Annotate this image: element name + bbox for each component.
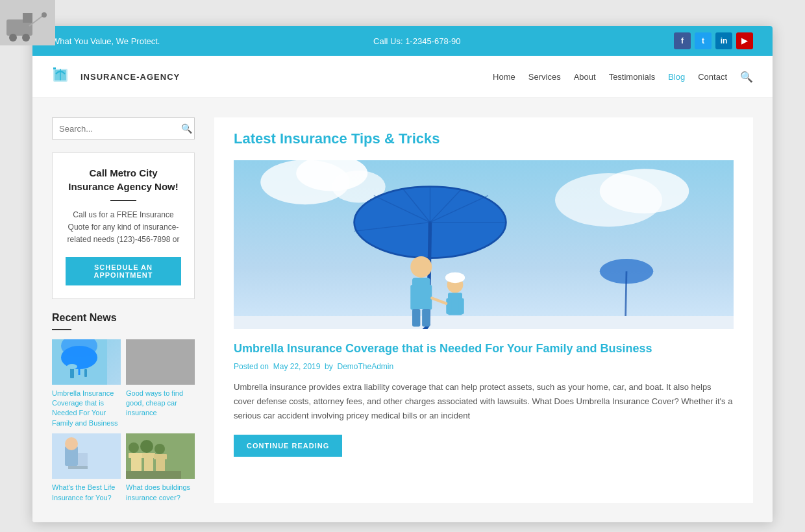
posted-on-label: Posted on xyxy=(234,362,269,371)
list-item[interactable]: Umbrella Insurance Coverage that is Need… xyxy=(52,339,121,429)
svg-rect-21 xyxy=(68,466,88,469)
main-content: 🔍 Call Metro City Insurance Agency Now! … xyxy=(32,98,773,522)
article-meta: Posted on May 22, 2019 by DemoTheAdmin xyxy=(234,362,734,371)
blog-area: Latest Insurance Tips & Tricks xyxy=(214,117,753,503)
site-header: INSURANCE-AGENCY Home Services About Tes… xyxy=(32,56,773,98)
nav-testimonials[interactable]: Testimonials xyxy=(609,72,656,82)
svg-point-19 xyxy=(65,437,78,450)
phone-number: Call Us: 1-2345-678-90 xyxy=(373,36,460,46)
linkedin-icon[interactable]: in xyxy=(715,32,732,49)
svg-rect-25 xyxy=(144,456,153,472)
sidebar: 🔍 Call Metro City Insurance Agency Now! … xyxy=(52,117,195,503)
list-item[interactable]: Good ways to find good, cheap car insura… xyxy=(126,339,195,429)
article-date: May 22, 2019 xyxy=(273,362,321,371)
nav-home[interactable]: Home xyxy=(493,72,515,82)
svg-rect-20 xyxy=(78,453,88,466)
svg-rect-27 xyxy=(156,458,165,472)
svg-point-32 xyxy=(155,444,165,454)
svg-point-31 xyxy=(140,440,153,453)
svg-rect-51 xyxy=(446,298,451,315)
svg-point-38 xyxy=(600,169,689,213)
search-button[interactable]: 🔍 xyxy=(175,118,199,139)
schedule-appointment-button[interactable]: SCHEDULE AN APPOINTMENT xyxy=(66,257,181,285)
article-excerpt: Umbrella insurance provides extra liabil… xyxy=(234,380,734,423)
svg-rect-10 xyxy=(84,369,87,377)
svg-line-57 xyxy=(626,271,626,316)
svg-rect-52 xyxy=(459,298,464,315)
news-item-title: Umbrella Insurance Coverage that is Need… xyxy=(52,389,121,429)
cta-box: Call Metro City Insurance Agency Now! Ca… xyxy=(52,152,195,299)
svg-rect-29 xyxy=(126,471,181,479)
svg-rect-46 xyxy=(425,285,432,310)
browser-window: What You Value, We Protect. Call Us: 1-2… xyxy=(32,26,773,522)
cta-title: Call Metro City Insurance Agency Now! xyxy=(66,166,181,193)
recent-news-divider xyxy=(52,329,71,330)
svg-rect-4 xyxy=(53,67,56,69)
svg-rect-28 xyxy=(154,454,167,459)
svg-rect-11 xyxy=(32,26,55,45)
cta-divider xyxy=(110,200,136,201)
nav-contact[interactable]: Contact xyxy=(698,72,727,82)
svg-point-43 xyxy=(410,256,432,278)
news-item-title: Good ways to find good, cheap car insura… xyxy=(126,389,195,418)
logo-icon xyxy=(52,65,75,88)
article-title[interactable]: Umbrella Insurance Coverage that is Need… xyxy=(234,341,734,357)
social-icons: f t in ▶ xyxy=(674,32,753,49)
svg-rect-39 xyxy=(234,316,734,329)
news-grid: Umbrella Insurance Coverage that is Need… xyxy=(52,339,195,503)
svg-point-9 xyxy=(67,364,77,369)
svg-point-30 xyxy=(129,442,139,453)
recent-news-heading: Recent News xyxy=(52,312,195,324)
svg-rect-23 xyxy=(131,456,142,472)
svg-rect-24 xyxy=(129,453,144,458)
svg-rect-54 xyxy=(448,273,462,280)
logo-area: INSURANCE-AGENCY xyxy=(52,65,180,88)
youtube-icon[interactable]: ▶ xyxy=(736,32,753,49)
nav-area: Home Services About Testimonials Blog Co… xyxy=(493,71,753,83)
news-item-title: What does buildings insurance cover? xyxy=(126,483,195,503)
news-item-title: What's the Best Life Insurance for You? xyxy=(52,483,121,503)
nav-services[interactable]: Services xyxy=(528,72,561,82)
list-item[interactable]: What does buildings insurance cover? xyxy=(126,433,195,503)
logo-text: INSURANCE-AGENCY xyxy=(80,72,180,82)
search-input[interactable] xyxy=(53,118,175,139)
list-item[interactable]: What's the Best Life Insurance for You? xyxy=(52,433,121,503)
svg-rect-48 xyxy=(422,309,430,327)
nav-about[interactable]: About xyxy=(574,72,596,82)
nav-blog[interactable]: Blog xyxy=(668,72,685,82)
blog-heading: Latest Insurance Tips & Tricks xyxy=(234,130,734,147)
facebook-icon[interactable]: f xyxy=(674,32,691,49)
featured-image xyxy=(234,160,734,329)
svg-rect-26 xyxy=(142,453,155,458)
twitter-icon[interactable]: t xyxy=(695,32,712,49)
svg-rect-47 xyxy=(412,309,420,327)
header-search-icon[interactable]: 🔍 xyxy=(740,71,753,83)
continue-reading-button[interactable]: CONTINUE READING xyxy=(234,435,342,457)
recent-news-section: Recent News xyxy=(52,312,195,503)
search-box: 🔍 xyxy=(52,117,195,139)
by-label: by xyxy=(325,362,333,371)
tagline: What You Value, We Protect. xyxy=(52,36,160,46)
article-author: DemoTheAdmin xyxy=(337,362,393,371)
cta-text: Call us for a FREE Insurance Quote for a… xyxy=(66,209,181,247)
svg-rect-45 xyxy=(410,285,417,310)
top-bar: What You Value, We Protect. Call Us: 1-2… xyxy=(32,26,773,56)
